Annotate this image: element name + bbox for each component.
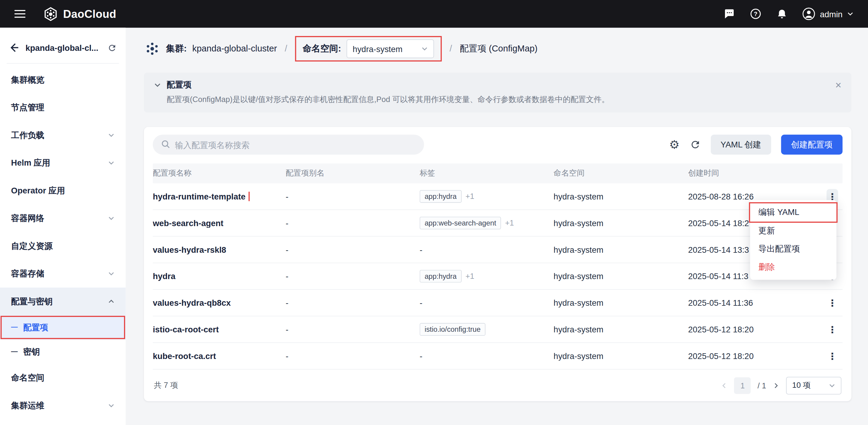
sub-item-dash: — — [11, 347, 18, 356]
row-context-menu: 编辑 YAML 更新 导出配置项 删除 — [750, 200, 837, 280]
configmap-namespace: hydra-system — [554, 245, 688, 254]
column-header-created: 创建时间 — [688, 168, 827, 178]
back-arrow-icon[interactable] — [9, 42, 20, 53]
chevron-down-icon — [108, 270, 115, 277]
sidebar-item-workloads[interactable]: 工作负载 — [0, 121, 125, 149]
tag-extra-count[interactable]: +1 — [465, 272, 474, 280]
tag-chip: app:hydra — [420, 190, 462, 203]
user-menu[interactable]: admin — [802, 7, 854, 21]
tag-chip: istio.io/config:true — [420, 323, 486, 336]
namespace-select[interactable]: hydra-system — [347, 39, 434, 58]
table-row: hydra - app:hydra+1 hydra-system 2025-05… — [153, 263, 843, 290]
row-actions-icon[interactable]: ⋮ — [827, 348, 838, 364]
prev-page-icon[interactable] — [721, 382, 728, 389]
configmap-tags: - — [420, 298, 554, 308]
sidebar-item-label: 密钥 — [23, 347, 40, 357]
sidebar-item-container-storage[interactable]: 容器存储 — [0, 260, 125, 288]
configmap-name[interactable]: hydra-runtime-template — [153, 192, 246, 201]
table-row: values-hydra-rskl8 - - hydra-system 2025… — [153, 237, 843, 263]
page-size-value: 10 项 — [792, 380, 810, 391]
configmap-alias: - — [285, 325, 420, 334]
close-icon[interactable]: × — [835, 80, 841, 90]
configmap-name[interactable]: values-hydra-qb8cx — [153, 298, 231, 308]
pagination: 1 / 1 10 项 — [721, 377, 841, 395]
sidebar-item-configmap[interactable]: —配置项 — [0, 315, 125, 340]
search-input[interactable] — [153, 135, 424, 155]
sidebar-item-label: 集群运维 — [11, 400, 44, 411]
sidebar-item-label: 命名空间 — [11, 373, 44, 383]
namespace-value: hydra-system — [353, 44, 403, 54]
configmap-name[interactable]: web-search-agent — [153, 218, 223, 228]
sidebar-item-node-management[interactable]: 节点管理 — [0, 93, 125, 121]
bell-icon[interactable] — [776, 8, 787, 20]
menu-toggle-icon[interactable] — [14, 10, 26, 18]
total-count: 共 7 项 — [154, 380, 178, 391]
topbar-actions: ? admin — [724, 7, 854, 21]
sidebar-item-config-and-secrets[interactable]: 配置与密钥 — [0, 288, 125, 315]
sidebar-item-operator-apps[interactable]: Operator 应用 — [0, 177, 125, 205]
create-configmap-button[interactable]: 创建配置项 — [781, 135, 843, 155]
chevron-down-icon — [829, 382, 835, 389]
switch-cluster-icon[interactable] — [107, 43, 117, 52]
chevron-down-icon — [108, 402, 115, 409]
sidebar-item-container-network[interactable]: 容器网络 — [0, 204, 125, 232]
sidebar-item-helm-apps[interactable]: Helm 应用 — [0, 149, 125, 177]
table-footer: 共 7 项 1 / 1 10 项 — [153, 377, 843, 395]
breadcrumb: 集群: kpanda-global-cluster / 命名空间: hydra-… — [144, 35, 851, 63]
menu-item-edit-yaml[interactable]: 编辑 YAML — [750, 203, 837, 222]
configmap-created: 2025-08-28 16:26 — [688, 192, 827, 201]
settings-icon[interactable]: ⚙ — [669, 139, 680, 150]
table-row: istio-ca-root-cert - istio.io/config:tru… — [153, 316, 843, 343]
refresh-icon[interactable] — [689, 139, 701, 150]
configmap-created: 2025-05-14 11:36 — [688, 298, 827, 308]
configmap-tags: - — [420, 351, 554, 361]
tag-chip: app:hydra — [420, 270, 462, 282]
banner-title: 配置项 — [167, 80, 191, 90]
row-actions-icon[interactable]: ⋮ — [827, 295, 838, 311]
help-icon[interactable]: ? — [750, 8, 762, 20]
column-header-namespace: 命名空间 — [554, 168, 688, 178]
collapse-chevron-icon[interactable] — [154, 81, 161, 89]
next-page-icon[interactable] — [773, 382, 779, 389]
avatar — [802, 7, 815, 21]
page-size-select[interactable]: 10 项 — [786, 377, 841, 395]
sidebar-item-label: 容器存储 — [11, 268, 44, 279]
daocloud-logo-icon — [43, 6, 58, 21]
configmap-alias: - — [285, 245, 420, 254]
configmap-alias: - — [285, 192, 420, 201]
svg-text:?: ? — [754, 11, 757, 17]
row-actions-icon[interactable]: ⋮ — [827, 322, 838, 337]
menu-item-export-configmap[interactable]: 导出配置项 — [750, 240, 837, 258]
sidebar-item-custom-resources[interactable]: 自定义资源 — [0, 232, 125, 260]
chevron-up-icon — [108, 298, 115, 305]
tag-extra-count[interactable]: +1 — [465, 192, 474, 200]
cluster-name: kpanda-global-cl... — [25, 43, 102, 52]
table-row: hydra-runtime-template - app:hydra+1 hyd… — [153, 183, 843, 210]
total-pages: / 1 — [757, 381, 766, 390]
configmap-name[interactable]: kube-root-ca.crt — [153, 351, 216, 361]
banner-description: 配置项(ConfigMap)是以键/值对形式保存的非机密性配置信息,Pod 可以… — [167, 95, 841, 105]
menu-item-delete[interactable]: 删除 — [750, 258, 837, 276]
configmap-namespace: hydra-system — [554, 272, 688, 281]
configmap-name[interactable]: values-hydra-rskl8 — [153, 245, 226, 254]
yaml-create-button[interactable]: YAML 创建 — [711, 135, 771, 155]
brand-name: DaoCloud — [63, 7, 117, 20]
sidebar-item-cluster-ops[interactable]: 集群运维 — [0, 392, 125, 420]
configmap-namespace: hydra-system — [554, 325, 688, 334]
sidebar-item-secret[interactable]: —密钥 — [0, 340, 125, 364]
configmap-name[interactable]: hydra — [153, 272, 176, 281]
configmap-name[interactable]: istio-ca-root-cert — [153, 325, 219, 334]
table-header: 配置项名称 配置项别名 标签 命名空间 创建时间 — [153, 164, 843, 183]
sidebar-item-namespace[interactable]: 命名空间 — [0, 364, 125, 392]
sidebar-item-label: Operator 应用 — [11, 185, 65, 196]
sidebar-item-cluster-overview[interactable]: 集群概览 — [0, 66, 125, 94]
search-box — [153, 135, 424, 155]
tag-extra-count[interactable]: +1 — [505, 218, 514, 227]
configmap-tags: - — [420, 245, 554, 254]
current-page[interactable]: 1 — [734, 377, 751, 394]
chat-icon[interactable] — [724, 8, 735, 20]
configmap-namespace: hydra-system — [554, 218, 688, 228]
annotation-box-namespace: 命名空间: hydra-system — [295, 36, 442, 61]
menu-item-update[interactable]: 更新 — [750, 222, 837, 240]
namespace-label: 命名空间: — [303, 43, 341, 55]
